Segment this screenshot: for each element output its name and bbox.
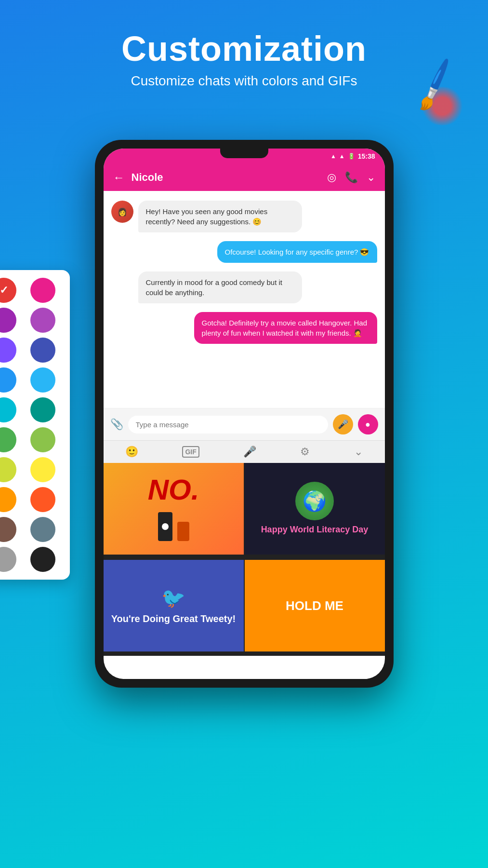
color-dot-10[interactable] [30, 397, 55, 422]
color-dot-2[interactable] [30, 278, 55, 303]
broadcast-icon[interactable]: ◎ [327, 171, 336, 184]
color-dot-17[interactable] [0, 517, 16, 542]
chat-area: 👩 Hey! Have you seen any good movies rec… [104, 191, 385, 408]
gif-item-4[interactable]: HOLD ME [245, 560, 385, 651]
color-palette [0, 270, 70, 580]
color-dot-6[interactable] [30, 338, 55, 363]
more-options-icon[interactable]: ⌄ [367, 171, 375, 184]
message-input[interactable] [128, 416, 328, 434]
color-dot-20[interactable] [30, 547, 55, 572]
chat-header: ← Nicole ◎ 📞 ⌄ [104, 164, 385, 191]
phone-notch [220, 149, 268, 158]
battery-icon: 🔋 [348, 153, 355, 160]
phone-frame: ▲ ▲ 🔋 15:38 ← Nicole ◎ 📞 ⌄ [95, 140, 394, 688]
color-dot-5[interactable] [0, 338, 16, 363]
send-button[interactable]: ● [358, 414, 378, 434]
settings-toolbar-icon[interactable]: ⚙ [300, 446, 310, 458]
bottom-toolbar: 🙂 GIF 🎤 ⚙ ⌄ [104, 440, 385, 463]
color-dot-11[interactable] [0, 427, 16, 452]
color-dot-14[interactable] [30, 457, 55, 482]
bubble-sent-2: Gotcha! Definitely try a movie called Ha… [194, 312, 377, 344]
color-dot-7[interactable] [0, 367, 16, 393]
gif-item-2[interactable]: 🌍 Happy World Literacy Day [245, 463, 385, 555]
time-display: 15:38 [358, 152, 375, 160]
app-title: Customization [10, 29, 478, 68]
palette-grid [0, 278, 64, 572]
color-dot-13[interactable] [0, 457, 16, 482]
color-dot-3[interactable] [0, 308, 16, 333]
avatar: 👩 [111, 201, 133, 223]
emoji-toolbar-icon[interactable]: 🙂 [125, 446, 138, 458]
status-icons: ▲ ▲ 🔋 15:38 [330, 152, 375, 160]
gif-item-3[interactable]: 🐦 You're Doing Great Tweety! [104, 560, 244, 651]
bubble-received-1: Hey! Have you seen any good movies recen… [138, 201, 302, 232]
message-row-4: Gotcha! Definitely try a movie called Ha… [111, 312, 377, 344]
bubble-sent-1: Ofcourse! Looking for any specific genre… [217, 241, 377, 263]
mic-toolbar-icon[interactable]: 🎤 [243, 446, 256, 458]
color-dot-18[interactable] [30, 517, 55, 542]
color-dot-16[interactable] [30, 487, 55, 512]
mic-button[interactable]: 🎤 [333, 414, 353, 434]
gif-panel: NO. 🌍 [104, 463, 385, 656]
phone-icon[interactable]: 📞 [345, 171, 358, 184]
input-area: 📎 🎤 ● [104, 408, 385, 440]
contact-name: Nicole [132, 171, 327, 184]
back-button[interactable]: ← [113, 171, 125, 184]
attach-icon[interactable]: 📎 [110, 418, 123, 431]
message-row-3: Currently in mood for a good comedy but … [111, 271, 377, 303]
message-row-1: 👩 Hey! Have you seen any good movies rec… [111, 201, 377, 232]
gif-toolbar-icon[interactable]: GIF [182, 446, 199, 458]
wifi-icon: ▲ [330, 153, 336, 160]
color-dot-1[interactable] [0, 278, 16, 303]
phone-wrapper: ▲ ▲ 🔋 15:38 ← Nicole ◎ 📞 ⌄ [95, 140, 394, 688]
color-dot-15[interactable] [0, 487, 16, 512]
chevron-down-toolbar-icon[interactable]: ⌄ [354, 446, 363, 458]
bubble-received-2: Currently in mood for a good comedy but … [138, 271, 302, 303]
gif-item-1[interactable]: NO. [104, 463, 244, 555]
color-dot-4[interactable] [30, 308, 55, 333]
message-row-2: Ofcourse! Looking for any specific genre… [111, 241, 377, 263]
color-dot-8[interactable] [30, 367, 55, 393]
signal-icon: ▲ [339, 153, 345, 160]
color-dot-12[interactable] [30, 427, 55, 452]
color-dot-9[interactable] [0, 397, 16, 422]
header-icons: ◎ 📞 ⌄ [327, 171, 375, 184]
phone-screen: ▲ ▲ 🔋 15:38 ← Nicole ◎ 📞 ⌄ [104, 149, 385, 679]
color-dot-19[interactable] [0, 547, 16, 572]
